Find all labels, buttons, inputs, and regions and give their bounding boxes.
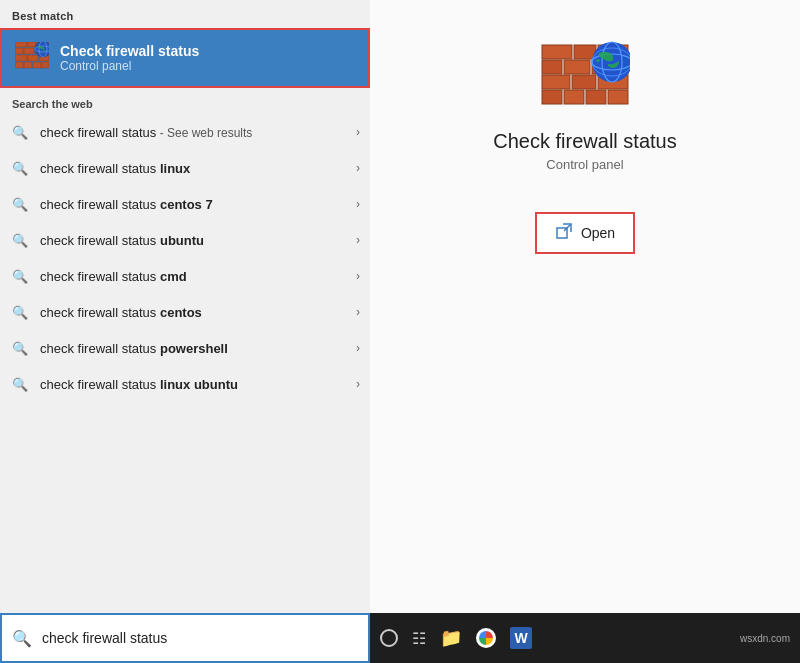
- web-result-item[interactable]: 🔍 check firewall status - See web result…: [0, 114, 370, 150]
- svg-rect-25: [564, 60, 590, 74]
- web-result-item[interactable]: 🔍 check firewall status centos 7 ›: [0, 186, 370, 222]
- web-result-item[interactable]: 🔍 check firewall status powershell ›: [0, 330, 370, 366]
- taskbar-search-circle[interactable]: [380, 629, 398, 647]
- web-result-text: check firewall status powershell: [40, 341, 350, 356]
- taskbar-taskview-icon[interactable]: ☷: [412, 629, 426, 648]
- search-bar-icon: 🔍: [12, 629, 32, 648]
- search-icon: 🔍: [10, 158, 30, 178]
- search-icon: 🔍: [10, 230, 30, 250]
- search-icon: 🔍: [10, 122, 30, 142]
- svg-rect-8: [24, 48, 34, 54]
- firewall-big-icon: [540, 40, 630, 130]
- open-button[interactable]: Open: [535, 212, 635, 254]
- search-icon: 🔍: [10, 302, 30, 322]
- chevron-right-icon: ›: [356, 305, 360, 319]
- svg-rect-28: [542, 45, 572, 59]
- web-result-text: check firewall status linux: [40, 161, 350, 176]
- svg-rect-19: [586, 90, 606, 104]
- web-result-text: check firewall status centos: [40, 305, 350, 320]
- web-result-item[interactable]: 🔍 check firewall status linux ›: [0, 150, 370, 186]
- web-result-item[interactable]: 🔍 check firewall status ubuntu ›: [0, 222, 370, 258]
- web-result-text: check firewall status cmd: [40, 269, 350, 284]
- taskbar-word-icon[interactable]: W: [510, 627, 532, 649]
- svg-rect-18: [564, 90, 584, 104]
- best-match-label: Best match: [0, 0, 370, 28]
- open-button-label: Open: [581, 225, 615, 241]
- svg-rect-5: [28, 55, 38, 61]
- chevron-right-icon: ›: [356, 197, 360, 211]
- svg-rect-3: [42, 62, 49, 68]
- chevron-right-icon: ›: [356, 269, 360, 283]
- chevron-right-icon: ›: [356, 161, 360, 175]
- svg-rect-17: [542, 90, 562, 104]
- app-subtitle: Control panel: [546, 157, 623, 172]
- search-icon: 🔍: [10, 194, 30, 214]
- svg-rect-11: [15, 42, 27, 47]
- web-result-item[interactable]: 🔍 check firewall status linux ubuntu ›: [0, 366, 370, 402]
- svg-rect-20: [608, 90, 628, 104]
- firewall-icon-area: Check firewall status Control panel: [493, 40, 676, 172]
- right-panel: Check firewall status Control panel Open: [370, 0, 800, 663]
- svg-rect-12: [28, 42, 36, 47]
- taskbar-chrome-icon[interactable]: [476, 628, 496, 648]
- web-result-text: check firewall status ubuntu: [40, 233, 350, 248]
- search-icon: 🔍: [10, 266, 30, 286]
- best-match-item[interactable]: Check firewall status Control panel: [0, 28, 370, 88]
- chevron-right-icon: ›: [356, 377, 360, 391]
- taskbar-explorer-icon[interactable]: 📁: [440, 627, 462, 649]
- web-result-text: check firewall status centos 7: [40, 197, 350, 212]
- taskbar: ☷ 📁 W wsxdn.com: [370, 613, 800, 663]
- search-bar[interactable]: 🔍: [0, 613, 370, 663]
- web-result-text: check firewall status - See web results: [40, 125, 350, 140]
- svg-rect-2: [33, 62, 41, 68]
- chevron-right-icon: ›: [356, 125, 360, 139]
- web-result-text: check firewall status linux ubuntu: [40, 377, 350, 392]
- best-match-text: Check firewall status Control panel: [60, 43, 199, 73]
- best-match-subtitle: Control panel: [60, 59, 199, 73]
- svg-rect-1: [24, 62, 32, 68]
- app-title: Check firewall status: [493, 130, 676, 153]
- best-match-title: Check firewall status: [60, 43, 199, 59]
- taskbar-watermark: wsxdn.com: [740, 633, 790, 644]
- svg-rect-4: [15, 55, 27, 61]
- firewall-icon-small: [14, 40, 50, 76]
- svg-rect-21: [542, 75, 570, 89]
- chevron-right-icon: ›: [356, 233, 360, 247]
- search-input[interactable]: [42, 630, 358, 646]
- chevron-right-icon: ›: [356, 341, 360, 355]
- svg-rect-0: [15, 62, 23, 68]
- web-section-label: Search the web: [0, 88, 370, 114]
- search-icon: 🔍: [10, 374, 30, 394]
- web-results-list: 🔍 check firewall status - See web result…: [0, 114, 370, 663]
- svg-rect-22: [572, 75, 596, 89]
- web-result-item[interactable]: 🔍 check firewall status cmd ›: [0, 258, 370, 294]
- open-icon: [555, 222, 573, 244]
- svg-rect-7: [15, 48, 23, 54]
- svg-rect-24: [542, 60, 562, 74]
- left-panel: Best match: [0, 0, 370, 663]
- web-result-item[interactable]: 🔍 check firewall status centos ›: [0, 294, 370, 330]
- search-icon: 🔍: [10, 338, 30, 358]
